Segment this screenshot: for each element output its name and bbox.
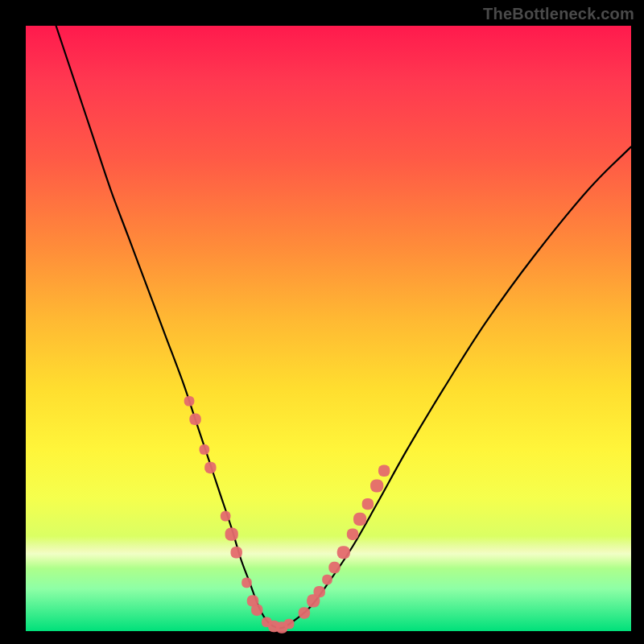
data-marker <box>242 578 252 588</box>
data-marker <box>337 546 350 559</box>
data-marker <box>347 528 358 539</box>
data-marker <box>200 444 210 455</box>
data-marker <box>378 465 390 477</box>
data-marker <box>362 498 374 510</box>
data-marker <box>251 604 262 615</box>
data-marker <box>231 547 242 558</box>
data-marker <box>225 528 238 541</box>
data-marker <box>184 396 195 407</box>
curve-group <box>56 26 631 628</box>
data-marker <box>314 586 325 597</box>
data-marker <box>284 619 295 630</box>
data-marker <box>353 513 366 526</box>
bottleneck-curve <box>56 26 631 628</box>
chart-stage: TheBottleneck.com <box>0 0 644 644</box>
chart-svg <box>26 26 631 631</box>
data-marker <box>299 607 310 618</box>
data-marker <box>328 562 340 573</box>
marker-group <box>184 396 390 634</box>
data-marker <box>370 479 383 492</box>
data-marker <box>204 462 216 473</box>
plot-area <box>26 26 631 631</box>
data-marker <box>189 414 200 425</box>
watermark-text: TheBottleneck.com <box>483 5 634 23</box>
data-marker <box>322 575 332 585</box>
data-marker <box>221 511 231 522</box>
